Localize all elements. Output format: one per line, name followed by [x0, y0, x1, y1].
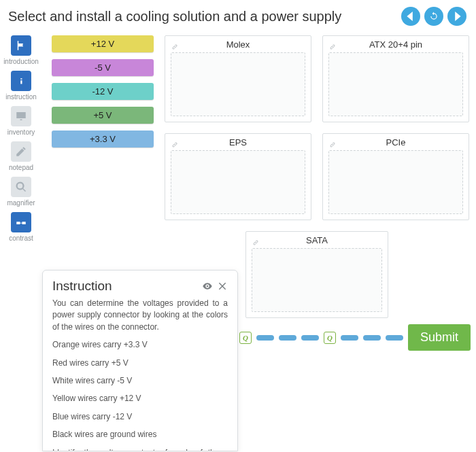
sidebar-label: contrast	[9, 234, 33, 242]
sidebar-label: notepad	[9, 164, 33, 171]
info-icon	[11, 71, 31, 91]
progress-pill[interactable]	[386, 335, 403, 341]
sidebar-label: inventory	[7, 128, 35, 136]
drop-box-eps[interactable]: EPS	[165, 133, 311, 220]
drop-zone[interactable]	[252, 248, 383, 312]
submit-button[interactable]: Submit	[408, 324, 471, 351]
sidebar-label: introduction	[3, 58, 39, 65]
drop-row: EPS PCIe	[165, 133, 469, 220]
voltage-chip[interactable]: -5 V	[52, 59, 154, 76]
progress-bar: Q Q	[239, 329, 412, 347]
flag-icon	[11, 35, 31, 56]
drop-box-atx[interactable]: ATX 20+4 pin	[322, 35, 469, 122]
drop-zone[interactable]	[328, 52, 463, 116]
instruction-body: You can determine the voltages provided …	[52, 298, 228, 451]
sidebar-item-contrast[interactable]: contrast	[9, 212, 33, 242]
instruction-text: Yellow wires carry +12 V	[52, 393, 228, 404]
instruction-text: Red wires carry +5 V	[52, 358, 228, 369]
instruction-text: White wires carry -5 V	[52, 375, 228, 387]
drop-title: PCIe	[323, 137, 469, 147]
glasses-icon	[11, 212, 31, 232]
close-icon[interactable]	[217, 281, 228, 292]
reload-button[interactable]	[424, 7, 443, 26]
sidebar-item-inventory[interactable]: inventory	[7, 106, 35, 136]
instruction-controls	[202, 281, 228, 292]
reload-icon	[429, 12, 439, 21]
drop-title: SATA	[246, 235, 388, 245]
triangle-right-icon	[452, 12, 462, 21]
voltage-chip[interactable]: -12 V	[52, 83, 154, 100]
nav-buttons	[401, 7, 466, 26]
voltage-chip[interactable]: +3.3 V	[52, 131, 154, 147]
instruction-text: Orange wires carry +3.3 V	[52, 339, 228, 351]
voltage-source-list: +12 V -5 V -12 V +5 V +3.3 V	[52, 35, 154, 147]
voltage-chip[interactable]: +5 V	[52, 107, 154, 124]
sidebar-label: magnifier	[7, 199, 35, 207]
sidebar-item-instruction[interactable]: instruction	[5, 71, 37, 101]
drop-box-molex[interactable]: Molex	[165, 35, 311, 122]
magnifier-icon	[11, 177, 31, 197]
instruction-text: Identify the voltage output of each of t…	[52, 447, 228, 451]
drop-zone[interactable]	[171, 150, 305, 214]
main: introduction instruction inventory notep…	[0, 30, 476, 451]
prev-button[interactable]	[401, 7, 420, 26]
pencil-icon	[11, 141, 31, 162]
next-button[interactable]	[447, 7, 466, 26]
triangle-left-icon	[406, 12, 415, 21]
question-marker-icon[interactable]: Q	[324, 332, 336, 344]
progress-pill[interactable]	[301, 335, 319, 341]
instruction-text: Blue wires carry -12 V	[52, 411, 228, 423]
progress-pill[interactable]	[256, 335, 274, 341]
progress-pill[interactable]	[341, 335, 358, 341]
sidebar-label: instruction	[5, 93, 37, 101]
drop-title: EPS	[165, 137, 311, 147]
voltage-chip[interactable]: +12 V	[52, 35, 154, 52]
sidebar-item-magnifier[interactable]: magnifier	[7, 177, 35, 207]
instruction-text: Black wires are ground wires	[52, 429, 228, 440]
header: Select and install a cooling solution an…	[0, 0, 476, 30]
drop-box-sata[interactable]: SATA	[245, 231, 389, 318]
sidebar: introduction instruction inventory notep…	[0, 30, 42, 451]
drop-zone[interactable]	[328, 150, 463, 214]
progress-pill[interactable]	[363, 335, 381, 341]
page-title: Select and install a cooling solution an…	[8, 9, 341, 24]
drop-row: Molex ATX 20+4 pin	[165, 35, 469, 122]
instruction-header: Instruction	[52, 279, 228, 294]
instruction-panel: Instruction You can determine the voltag…	[42, 270, 238, 451]
eye-icon[interactable]	[202, 281, 213, 292]
monitor-icon	[11, 106, 31, 126]
sidebar-item-introduction[interactable]: introduction	[3, 35, 39, 65]
drop-title: ATX 20+4 pin	[323, 39, 469, 50]
progress-pill[interactable]	[279, 335, 296, 341]
sidebar-item-notepad[interactable]: notepad	[9, 141, 33, 171]
instruction-title: Instruction	[52, 279, 112, 294]
question-marker-icon[interactable]: Q	[239, 332, 252, 344]
drop-title: Molex	[165, 39, 311, 50]
drop-box-pcie[interactable]: PCIe	[322, 133, 469, 220]
instruction-text: You can determine the voltages provided …	[52, 298, 228, 333]
drop-zone[interactable]	[171, 52, 305, 116]
